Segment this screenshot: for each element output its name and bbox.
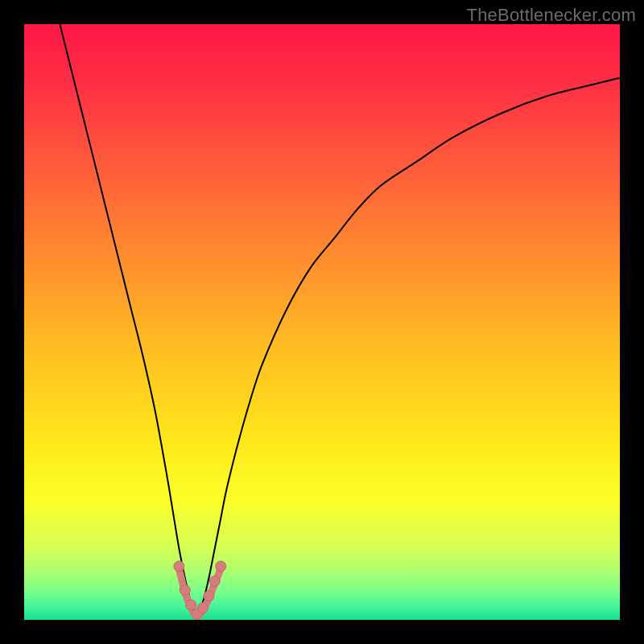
chart-stage: TheBottlenecker.com (0, 0, 644, 644)
plot-area (24, 24, 620, 620)
marker-dot (216, 561, 226, 572)
chart-svg (24, 24, 620, 620)
marker-dot (186, 600, 196, 610)
marker-dot (209, 576, 220, 586)
gradient-background (24, 24, 620, 620)
marker-dot (204, 591, 214, 601)
watermark-text: TheBottlenecker.com (467, 5, 636, 26)
marker-dot (174, 561, 184, 572)
marker-dot (180, 585, 190, 596)
marker-dot (198, 603, 208, 613)
